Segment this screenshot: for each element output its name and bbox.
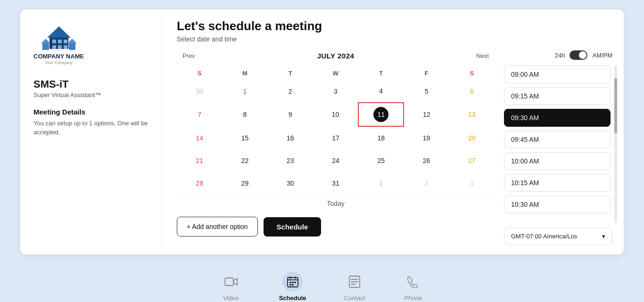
main-container: COMPANY NAME Your Company SMS-iT Super V… [0,0,644,302]
prev-month-button[interactable]: Prev [179,50,199,61]
nav-item-schedule[interactable]: Schedule [279,271,306,302]
calendar-day[interactable]: 1 [358,172,404,195]
time-slot-1015[interactable]: 10:15 AM [504,174,611,192]
actions-row: + Add another option Schedule [177,217,495,237]
calendar-day[interactable]: 23 [268,149,313,172]
calendar-day[interactable]: 26 [404,149,449,172]
calendar-day[interactable]: 10 [313,103,358,126]
time-slot-0930[interactable]: 09:30 AM [504,109,611,127]
svg-rect-14 [290,277,291,279]
svg-rect-16 [289,282,291,283]
calendar-day[interactable]: 2 [268,80,313,103]
app-name-label: SMS-iT [33,78,148,90]
calendar-day[interactable]: 4 [358,80,404,103]
today-label[interactable]: Today [177,195,495,210]
calendar-day[interactable]: 5 [404,80,449,103]
calendar-day[interactable]: 20 [449,126,495,149]
calendar-day[interactable]: 3 [313,80,358,103]
svg-rect-2 [58,40,62,43]
contact-icon [344,271,365,292]
bottom-nav: Video Schedule [20,264,624,302]
schedule-button[interactable]: Schedule [264,217,322,237]
app-subtitle-label: Super Virtual Assistant™ [33,91,148,98]
calendar-day[interactable]: 22 [222,149,267,172]
company-tagline-label: Your Company [45,60,73,65]
calendar-day[interactable]: 25 [358,149,404,172]
calendar-day[interactable]: 27 [449,149,495,172]
calendar-day[interactable]: 24 [313,149,358,172]
col-thursday: T [358,67,404,80]
svg-marker-7 [47,26,71,38]
schedule-icon [282,271,303,292]
calendar-day[interactable]: 28 [177,172,222,195]
scrollbar-track [614,65,617,223]
time-header: 24h AM/PM [504,50,612,60]
meeting-details-title: Meeting Details [33,108,148,116]
calendar-day[interactable]: 7 [177,103,222,126]
scrollbar-thumb [614,78,617,133]
timezone-label: GMT-07:00 America/Los [511,233,577,240]
calendar-day[interactable]: 12 [404,103,449,126]
time-slot-1000[interactable]: 10:00 AM [504,152,611,170]
calendar-grid: S M T W T F S 30 [177,67,495,209]
time-slot-0900[interactable]: 09:00 AM [504,65,611,83]
time-slot-1030[interactable]: 10:30 AM [504,196,611,213]
calendar-day[interactable]: 13 [449,103,495,126]
time-24h-label: 24h [555,52,565,59]
main-content: Let's schedule a meeting Select date and… [162,9,624,254]
calendar-day[interactable]: 15 [222,126,267,149]
svg-rect-1 [52,40,56,43]
calendar-day[interactable]: 9 [268,103,313,126]
svg-rect-15 [295,277,296,279]
calendar-day[interactable]: 21 [177,149,222,172]
nav-item-video[interactable]: Video [221,271,241,302]
nav-video-label: Video [223,294,239,302]
calendar-day[interactable]: 14 [177,126,222,149]
calendar-header-row: S M T W T F S [177,67,495,80]
calendar-nav: Prev JULY 2024 Next [177,50,495,61]
calendar-day[interactable]: 1 [222,80,267,103]
calendar-day[interactable]: 30 [177,80,222,103]
chevron-down-icon: ▾ [602,233,605,240]
time-slots-list: 09:00 AM 09:15 AM 09:30 AM 09:45 AM 10:0… [504,65,612,216]
calendar-day[interactable]: 17 [313,126,358,149]
nav-phone-label: Phone [405,294,422,302]
calendar-day[interactable]: 30 [268,172,313,195]
nav-item-contact[interactable]: Contact [344,271,365,302]
calendar-day[interactable]: 3 [449,172,495,195]
time-slot-0915[interactable]: 09:15 AM [504,87,611,105]
company-logo-icon [40,23,78,51]
today-row: Today [177,195,495,210]
phone-icon [403,271,423,292]
page-title: Let's schedule a meeting [177,19,612,33]
col-wednesday: W [313,67,358,80]
calendar-day[interactable]: 29 [222,172,267,195]
calendar-day-selected[interactable]: 11 [358,103,404,126]
time-format-toggle[interactable] [570,50,587,60]
logo-area: COMPANY NAME Your Company [33,23,148,65]
calendar-row: 28 29 30 31 1 2 3 [177,172,495,195]
add-option-button[interactable]: + Add another option [177,217,258,237]
calendar-day[interactable]: 6 [449,80,495,103]
calendar-row: 30 1 2 3 4 5 6 [177,80,495,103]
calendar-day[interactable]: 16 [268,126,313,149]
time-slots-wrapper: 09:00 AM 09:15 AM 09:30 AM 09:45 AM 10:0… [504,65,612,223]
calendar-row: 7 8 9 10 11 12 13 [177,103,495,126]
svg-rect-19 [289,284,291,286]
svg-rect-20 [292,284,294,286]
time-ampm-label: AM/PM [592,52,612,59]
col-friday: F [404,67,449,80]
svg-rect-4 [52,45,56,49]
time-slot-0945[interactable]: 09:45 AM [504,131,611,148]
nav-item-phone[interactable]: Phone [403,271,423,302]
svg-rect-6 [64,45,67,49]
calendar-day[interactable]: 19 [404,126,449,149]
calendar-day[interactable]: 18 [358,126,404,149]
svg-rect-10 [69,42,75,50]
calendar-day[interactable]: 31 [313,172,358,195]
calendar-day[interactable]: 8 [222,103,267,126]
svg-marker-9 [41,39,50,43]
timezone-dropdown[interactable]: GMT-07:00 America/Los ▾ [504,228,612,245]
calendar-day[interactable]: 2 [404,172,449,195]
next-month-button[interactable]: Next [472,50,493,61]
